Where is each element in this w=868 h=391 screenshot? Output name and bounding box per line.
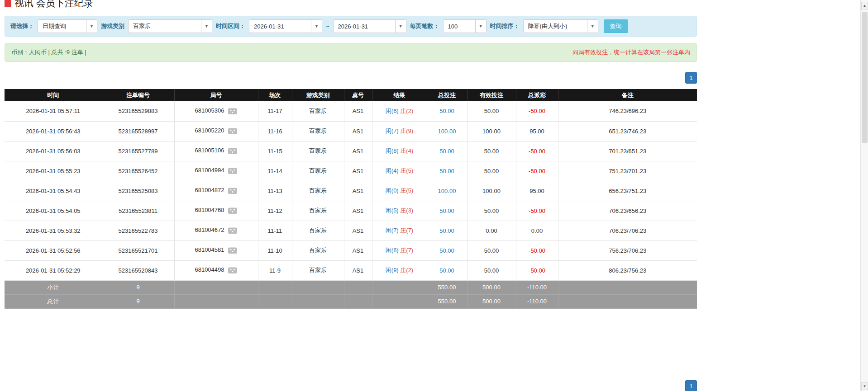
cell-valid-bet: 50.00: [467, 161, 516, 181]
subtotal-row-cell-table-no: [344, 280, 372, 294]
round-video-icon[interactable]: [228, 207, 238, 215]
total-row-cell-note: [558, 294, 697, 308]
round-video-icon[interactable]: [228, 187, 238, 195]
cell-table-no: AS1: [344, 161, 372, 181]
cell-total-bet: 100.00: [427, 181, 467, 201]
total-bet-link[interactable]: 50.00: [439, 148, 454, 155]
column-header-table-no: 桌号: [344, 89, 372, 101]
round-video-icon[interactable]: [228, 266, 238, 274]
cell-total-bet: 50.00: [427, 260, 467, 280]
payout-value: 0.00: [531, 227, 543, 234]
table-row: 2026-01-31 05:57:11523165529883681005306…: [5, 101, 697, 121]
total-bet-link[interactable]: 50.00: [439, 227, 454, 234]
cell-session: 11-15: [258, 141, 292, 161]
cell-game-type: 百家乐: [292, 221, 344, 240]
cell-round-id: 681004672: [174, 221, 258, 240]
per-page-label: 每页笔数：: [410, 22, 439, 30]
cell-total-bet: 50.00: [427, 161, 467, 181]
total-bet-link[interactable]: 50.00: [439, 247, 454, 254]
round-video-icon[interactable]: [228, 226, 238, 235]
result-player: 闲(7): [386, 227, 399, 234]
cell-valid-bet: 50.00: [467, 141, 516, 161]
pagination-top: 1: [5, 72, 697, 84]
sort-order-dropdown[interactable]: 降幂(由大到小) ▼: [523, 19, 598, 33]
cell-time: 2026-01-31 05:53:32: [5, 221, 102, 240]
cell-table-no: AS1: [344, 101, 372, 121]
cell-round-id: 681004581: [174, 240, 258, 260]
vertical-scrollbar[interactable]: ▲ ▼: [860, 0, 868, 391]
payout-value: -50.00: [529, 207, 545, 214]
subtotal-row-cell-payout: -110.00: [516, 280, 558, 294]
cell-session: 11-12: [258, 201, 292, 221]
cell-valid-bet: 100.00: [467, 181, 516, 201]
result-banker: 庄(4): [400, 147, 413, 154]
table-row: 2026-01-31 05:56:43523165528997681005220…: [5, 121, 697, 141]
caret-down-icon: ▼: [587, 20, 598, 33]
result-player: 闲(9): [386, 267, 399, 273]
round-video-icon[interactable]: [228, 246, 238, 254]
result-banker: 庄(2): [400, 267, 413, 273]
cell-note: 746.23/696.23: [558, 101, 697, 121]
column-header-game-type: 游戏类别: [292, 89, 344, 101]
game-type-dropdown[interactable]: 百家乐 ▼: [128, 19, 212, 33]
per-page-dropdown[interactable]: 100 ▼: [443, 19, 486, 33]
round-id-text: 681005106: [195, 147, 224, 154]
result-player: 闲(7): [386, 127, 399, 134]
page-button-1[interactable]: 1: [685, 380, 697, 391]
total-bet-link[interactable]: 50.00: [439, 207, 454, 214]
select-type-dropdown[interactable]: 日期查询 ▼: [38, 19, 97, 33]
total-bet-link[interactable]: 50.00: [439, 168, 454, 174]
column-header-session: 场次: [258, 89, 292, 101]
scroll-up-icon[interactable]: ▲: [861, 2, 868, 9]
cell-total-bet: 100.00: [427, 121, 467, 141]
cell-payout: -50.00: [516, 141, 558, 161]
column-header-note: 备注: [558, 89, 697, 101]
round-video-icon[interactable]: [228, 107, 238, 115]
cell-bet-id: 523165526452: [102, 161, 174, 181]
result-banker: 庄(5): [400, 167, 413, 174]
subtotal-row-cell-total-bet: 550.00: [427, 280, 467, 294]
title-marker-icon: [5, 0, 11, 7]
cell-session: 11-16: [258, 121, 292, 141]
total-bet-link[interactable]: 50.00: [439, 108, 454, 114]
page-button-1[interactable]: 1: [685, 72, 697, 84]
cell-payout: -50.00: [516, 101, 558, 121]
cell-payout: -50.00: [516, 240, 558, 260]
scroll-down-icon[interactable]: ▼: [861, 382, 868, 390]
round-video-icon[interactable]: [228, 127, 238, 135]
cell-result: 闲(8) 庄(4): [372, 141, 427, 161]
round-video-icon[interactable]: [228, 167, 238, 175]
result-player: 闲(6): [386, 108, 399, 114]
cell-time: 2026-01-31 05:57:11: [5, 101, 102, 121]
subtotal-row-cell-bet-id: 9: [102, 280, 174, 294]
scrollbar-thumb[interactable]: [862, 12, 868, 143]
date-to-dropdown[interactable]: 2026-01-31 ▼: [333, 19, 406, 33]
cell-bet-id: 523165529883: [102, 101, 174, 121]
total-bet-link[interactable]: 100.00: [438, 128, 456, 135]
cell-total-bet: 50.00: [427, 201, 467, 221]
cell-time: 2026-01-31 05:54:43: [5, 181, 102, 201]
search-button[interactable]: 查询: [604, 19, 628, 33]
cell-bet-id: 523165528997: [102, 121, 174, 141]
date-from-value: 2026-01-31: [249, 20, 311, 33]
cell-game-type: 百家乐: [292, 260, 344, 280]
total-bet-link[interactable]: 100.00: [438, 188, 456, 194]
total-row-cell-total-bet: 550.00: [427, 294, 467, 308]
table-row: 2026-01-31 05:52:56523165521701681004581…: [5, 240, 697, 260]
notice-text: 同局有效投注，统一计算在该局第一张注单内: [572, 48, 690, 57]
time-range-label: 时间区间：: [216, 22, 245, 30]
cell-note: 751.23/701.23: [558, 161, 697, 181]
caret-down-icon: ▼: [475, 20, 486, 33]
result-player: 闲(4): [386, 167, 399, 174]
cell-payout: 0.00: [516, 221, 558, 240]
cell-note: 806.23/756.23: [558, 260, 697, 280]
total-row-cell-payout: -110.00: [516, 294, 558, 308]
round-id-text: 681005306: [195, 107, 224, 114]
round-video-icon[interactable]: [228, 147, 238, 155]
date-from-dropdown[interactable]: 2026-01-31 ▼: [249, 19, 322, 33]
result-banker: 庄(9): [400, 127, 413, 134]
total-bet-link[interactable]: 50.00: [439, 267, 454, 274]
cell-time: 2026-01-31 05:56:03: [5, 141, 102, 161]
column-header-total-bet: 总投注: [427, 89, 467, 101]
cell-table-no: AS1: [344, 121, 372, 141]
